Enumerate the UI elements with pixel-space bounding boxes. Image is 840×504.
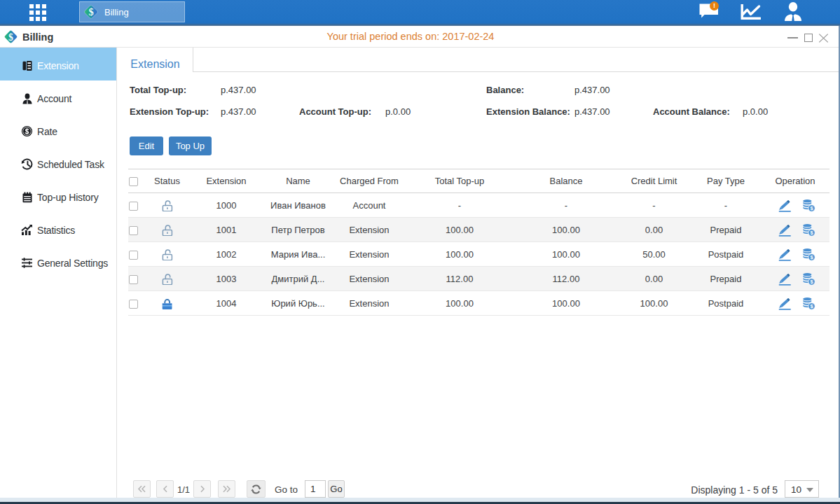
table-row: 1001Петр ПетровExtension100.00100.000.00…: [128, 218, 829, 242]
close-button[interactable]: [818, 33, 829, 43]
cell-charged-from: Extension: [334, 291, 404, 316]
cell-credit-limit: 0.00: [617, 267, 691, 291]
topup-button[interactable]: Top Up: [169, 136, 212, 155]
cell-charged-from: Account: [334, 193, 404, 218]
select-all-checkbox[interactable]: [129, 177, 138, 186]
sidebar-item-scheduled-task[interactable]: Scheduled Task: [0, 146, 116, 179]
user-icon: [783, 2, 803, 21]
row-checkbox[interactable]: [129, 251, 138, 260]
go-button[interactable]: Go: [328, 480, 345, 498]
history-clock-icon: [21, 158, 33, 170]
app-grid-icon[interactable]: [29, 4, 46, 21]
taskbar-item-billing[interactable]: Billing: [79, 1, 185, 22]
unlocked-icon: [161, 248, 174, 260]
sidebar-item-label: Top-up History: [37, 192, 98, 203]
page-size-value: 10: [791, 484, 801, 495]
summary-value: p.437.00: [574, 85, 610, 95]
taskbar-item-label: Billing: [104, 7, 129, 18]
reports-button[interactable]: [741, 4, 761, 22]
edit-button[interactable]: Edit: [130, 136, 163, 155]
cell-extension: 1004: [191, 291, 262, 316]
topup-row-icon[interactable]: [802, 199, 815, 212]
edit-row-icon[interactable]: [778, 198, 792, 212]
first-page-button[interactable]: [133, 480, 151, 498]
next-page-button[interactable]: [193, 480, 211, 498]
topup-row-icon[interactable]: [802, 248, 815, 261]
cell-balance: 100.00: [515, 242, 617, 267]
table-row: 1003Дмитрий Д...Extension112.00112.000.0…: [128, 267, 829, 291]
edit-row-icon[interactable]: [778, 223, 792, 237]
cell-name: Дмитрий Д...: [262, 267, 334, 291]
tab-strip: Extension: [118, 48, 840, 72]
topup-row-icon[interactable]: [802, 223, 815, 237]
summary-label: Account Balance:: [653, 106, 730, 117]
cell-name: Петр Петров: [262, 218, 334, 242]
sidebar-item-topup-history[interactable]: Top-up History: [0, 179, 116, 212]
cell-status: [144, 218, 191, 242]
cell-total-topup: 100.00: [404, 218, 515, 242]
tune-icon: [21, 257, 33, 269]
summary-value: p.437.00: [221, 106, 256, 117]
minimize-button[interactable]: [787, 37, 798, 38]
unlocked-icon: [161, 272, 174, 285]
summary-panel: Total Top-up:p.437.00 Balance:p.437.00 E…: [130, 80, 829, 124]
topup-row-icon[interactable]: [802, 272, 815, 286]
cell-status: [144, 242, 191, 267]
row-checkbox[interactable]: [129, 300, 138, 309]
sidebar-item-label: Statistics: [37, 225, 75, 236]
notification-badge[interactable]: !: [710, 1, 719, 10]
edit-row-icon[interactable]: [778, 272, 792, 286]
cell-charged-from: Extension: [334, 242, 404, 267]
cell-credit-limit: -: [617, 193, 691, 218]
cell-extension: 1001: [191, 218, 262, 242]
cell-pay-type: -: [691, 193, 761, 218]
sidebar-item-statistics[interactable]: Statistics: [0, 212, 116, 245]
page-size-select[interactable]: 10: [785, 480, 819, 498]
refresh-button[interactable]: [247, 480, 266, 498]
goto-page-input[interactable]: [305, 480, 326, 498]
sidebar-item-extension[interactable]: Extension: [0, 48, 116, 80]
trial-notice: Your trial period ends on: 2017-02-24: [0, 31, 840, 42]
cell-charged-from: Extension: [334, 218, 404, 242]
summary-label: Extension Top-up:: [130, 106, 209, 117]
cell-credit-limit: 50.00: [617, 242, 691, 267]
table-row: 1004Юрий Юрь...Extension100.00100.00100.…: [128, 291, 829, 316]
cell-total-topup: -: [404, 193, 515, 218]
sidebar-item-general-settings[interactable]: General Settings: [0, 245, 116, 278]
cell-pay-type: Postpaid: [691, 242, 761, 267]
cell-total-topup: 100.00: [404, 291, 515, 316]
cell-credit-limit: 0.00: [617, 218, 691, 242]
cell-name: Иван Иванов: [262, 193, 334, 218]
col-name: Name: [262, 169, 334, 193]
summary-label: Total Top-up:: [130, 85, 186, 95]
summary-label: Balance:: [486, 85, 524, 95]
unlocked-icon: [161, 199, 174, 211]
row-checkbox[interactable]: [129, 202, 138, 211]
maximize-button[interactable]: [804, 34, 813, 42]
summary-value: p.0.00: [743, 106, 768, 117]
topup-row-icon[interactable]: [802, 297, 815, 310]
col-balance: Balance: [515, 169, 617, 193]
window-title-bar: Billing Your trial period ends on: 2017-…: [0, 26, 840, 48]
prev-page-button[interactable]: [156, 480, 174, 498]
cell-extension: 1003: [191, 267, 262, 291]
notepad-icon: [21, 191, 33, 203]
sidebar-item-rate[interactable]: Rate: [0, 113, 116, 146]
sidebar-item-account[interactable]: Account: [0, 80, 116, 113]
extension-table: Status Extension Name Charged From Total…: [128, 169, 829, 316]
summary-value: p.437.00: [574, 106, 610, 117]
cell-pay-type: Postpaid: [691, 291, 761, 316]
displaying-info: Displaying 1 - 5 of 5: [691, 484, 778, 496]
cell-charged-from: Extension: [334, 267, 404, 291]
edit-row-icon[interactable]: [778, 296, 792, 310]
page-indicator: 1/1: [173, 484, 194, 495]
billing-app-icon: [83, 4, 99, 20]
cell-extension: 1002: [191, 242, 262, 267]
user-menu-button[interactable]: [783, 2, 803, 24]
cell-total-topup: 112.00: [404, 267, 515, 291]
edit-row-icon[interactable]: [778, 247, 792, 261]
last-page-button[interactable]: [218, 480, 235, 498]
tab-extension[interactable]: Extension: [118, 48, 193, 72]
row-checkbox[interactable]: [129, 226, 138, 235]
row-checkbox[interactable]: [129, 275, 138, 284]
